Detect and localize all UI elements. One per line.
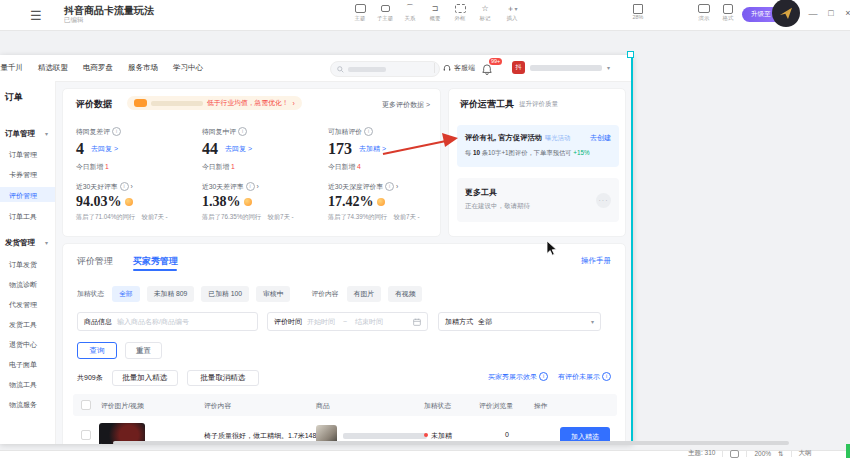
relationship-button[interactable]: ⌒ 关系 — [398, 3, 422, 23]
nav-dianshang-luopan[interactable]: 电商罗盘 — [83, 63, 113, 73]
chip-not-featured[interactable]: 未加精 809 — [147, 286, 195, 302]
info-icon[interactable]: i — [246, 182, 255, 191]
buyer-show-card: 评价管理 买家秀管理 操作手册 加精状态 全部 未加精 809 已加精 100 … — [62, 243, 626, 444]
info-icon[interactable]: i — [120, 182, 129, 191]
account-menu[interactable]: 抖 ▾ — [512, 61, 610, 74]
selection-handle[interactable] — [627, 51, 634, 58]
subtopic-button[interactable]: 子主题 — [373, 3, 397, 23]
medal-icon — [125, 198, 133, 206]
sidebar-item-logistics-tools[interactable]: 物流工具 — [9, 380, 37, 390]
outline-toggle[interactable]: 大纲 — [799, 449, 812, 458]
embedded-screenshot[interactable]: 巨量千川 精选联盟 电商罗盘 服务市场 学习中心 — [0, 55, 633, 444]
manual-link[interactable]: 操作手册 — [581, 256, 611, 266]
chip-has-video[interactable]: 有视频 — [388, 286, 422, 302]
chip-has-image[interactable]: 有图片 — [347, 286, 381, 302]
minimize-button[interactable]: — — [806, 9, 820, 19]
sidebar-item-shipping-tools[interactable]: 发货工具 — [9, 320, 37, 330]
row-checkbox[interactable] — [81, 430, 91, 440]
feature-status-cell: 未加精 — [424, 431, 452, 441]
insert-button[interactable]: ＋▾ 插入 — [498, 3, 526, 23]
info-icon[interactable]: i — [385, 182, 394, 191]
batch-remove-featured-button[interactable]: 批量取消精选 — [187, 370, 259, 386]
product-info-input[interactable]: 商品信息 输入商品名称/商品编号 — [77, 312, 258, 331]
chevron-down-icon: ▾ — [591, 318, 594, 325]
go-reply-link[interactable]: 去回复 > — [225, 144, 252, 154]
sidebar-item-order-management[interactable]: 订单管理 — [9, 150, 37, 160]
reset-button[interactable]: 重置 — [125, 342, 162, 359]
tab-buyer-show-management[interactable]: 买家秀管理 — [133, 255, 178, 268]
batch-add-featured-button[interactable]: 批量加入精选 — [112, 370, 178, 386]
chip-all[interactable]: 全部 — [112, 286, 140, 302]
more-review-data-link[interactable]: 更多评价数据 > — [382, 100, 430, 110]
rate-deep-review: 近30天深度评价率i › 17.42% 落后了74.39%的同行 较前7天 - — [328, 182, 420, 222]
sidebar-group-order-mgmt[interactable]: 订单管理 ▾ — [5, 129, 35, 139]
sidebar-group-shipping-mgmt[interactable]: 发货管理 ▾ — [5, 238, 35, 248]
nav-jingxuan-lianmeng[interactable]: 精选联盟 — [38, 63, 68, 73]
sidebar-item-e-waybill[interactable]: 电子面单 — [9, 360, 37, 370]
query-button[interactable]: 查询 — [77, 342, 117, 359]
mouse-cursor — [546, 240, 557, 256]
search-input[interactable] — [330, 61, 440, 77]
nav-xuexi-zhongxin[interactable]: 学习中心 — [173, 63, 203, 73]
format-button[interactable]: 格式 — [716, 3, 740, 23]
canvas-horizontal-scrollbar[interactable] — [113, 441, 789, 445]
select-all-checkbox[interactable] — [81, 400, 91, 410]
present-button[interactable]: 演示 — [692, 3, 716, 23]
nav-juliang-qianchuan[interactable]: 巨量千川 — [0, 63, 23, 73]
sidebar-item-order-shipping[interactable]: 订单发货 — [9, 260, 37, 270]
shop-sidebar: 订单 订单管理 ▾ 订单管理 卡券管理 评价管理 订单工具 发货管理 ▾ 订单发… — [0, 81, 56, 444]
sidebar-item-review-management[interactable]: 评价管理 — [9, 191, 37, 201]
sidebar-item-order-tools[interactable]: 订单工具 — [9, 212, 37, 222]
zoom-stepper-icon[interactable]: ⇅ — [778, 450, 783, 458]
filter-grid-icon[interactable] — [730, 450, 739, 458]
go-reply-link[interactable]: 去回复 > — [91, 144, 118, 154]
promo-review-gift-card[interactable]: 评价有礼, 官方促评活动 曝光活动 去创建 每 10 条10字+1图评价，下单率… — [457, 125, 619, 167]
right-links-row: 买家秀展示效果i 有评价未展示i — [488, 372, 611, 382]
review-content-label: 评价内容 — [311, 289, 338, 299]
chip-reviewing[interactable]: 审核中 — [256, 286, 290, 302]
info-icon[interactable]: i — [364, 127, 373, 136]
close-button[interactable]: × — [841, 8, 850, 18]
nav-fuwu-shichang[interactable]: 服务市场 — [128, 63, 158, 73]
review-time-range-input[interactable]: 评价时间 开始时间 ~ 结束时间 — [267, 312, 428, 331]
unshown-reviews-link[interactable]: 有评价未展示i — [558, 372, 611, 382]
fit-zoom-button[interactable]: 28% — [626, 3, 650, 20]
feature-mode-select[interactable]: 加精方式 全部 ▾ — [438, 312, 601, 331]
views-cell: 0 — [505, 431, 509, 438]
screen: ☰ 抖音商品卡流量玩法 已编辑 主题 子主题 ⌒ 关系 ⊐ 概要 — [0, 0, 850, 458]
metric-pending-bad-reviews: 待回复差评i 4 去回复 > 今日新增 1 — [76, 127, 121, 172]
chip-featured[interactable]: 已加精 100 — [201, 286, 249, 302]
more-tools-card[interactable]: 更多工具 正在建设中，敬请期待 ··· — [457, 178, 619, 222]
summary-button[interactable]: ⊐ 概要 — [423, 3, 447, 23]
info-icon[interactable]: i — [112, 127, 121, 136]
sidebar-item-logistics-service[interactable]: 物流服务 — [9, 400, 37, 410]
review-alert-banner[interactable]: 低于行业均值，急需优化！ › — [127, 96, 302, 110]
tools-title: 评价运营工具 — [460, 98, 514, 111]
sidebar-item-return-center[interactable]: 退货中心 — [9, 340, 37, 350]
boundary-button[interactable]: 外框 — [448, 3, 472, 23]
info-icon[interactable]: i — [238, 127, 247, 136]
maximize-button[interactable]: □ — [824, 8, 838, 18]
sidebar-item-logistics-diagnosis[interactable]: 物流诊断 — [9, 280, 37, 290]
service-client-button[interactable]: 客服端 — [443, 55, 475, 81]
bird-logo-icon — [778, 5, 794, 21]
hamburger-menu-icon[interactable]: ☰ — [30, 8, 42, 23]
review-data-title: 评价数据 — [76, 98, 112, 111]
statusbar-divider — [746, 450, 747, 457]
notification-button[interactable]: 99+ — [482, 61, 492, 79]
selection-border[interactable] — [631, 55, 633, 444]
bird-logo-badge[interactable] — [772, 0, 800, 27]
topic-button[interactable]: 主题 — [348, 3, 372, 23]
sidebar-item-coupon-management[interactable]: 卡券管理 — [9, 170, 37, 180]
marker-button[interactable]: ☆ 标记 — [473, 3, 497, 23]
alert-tag-icon — [134, 99, 147, 107]
promo-tag: 曝光活动 — [545, 134, 570, 143]
sidebar-header: 订单 — [5, 91, 23, 104]
tab-review-management[interactable]: 评价管理 — [77, 255, 113, 268]
buyer-show-effect-link[interactable]: 买家秀展示效果i — [488, 372, 548, 382]
canvas-zoom-level[interactable]: 200% — [754, 450, 771, 457]
create-promo-link[interactable]: 去创建 — [590, 133, 611, 143]
sidebar-item-dropship-management[interactable]: 代发管理 — [9, 300, 37, 310]
alert-arrow: › — [293, 100, 295, 107]
fit-zoom-icon — [626, 3, 650, 14]
